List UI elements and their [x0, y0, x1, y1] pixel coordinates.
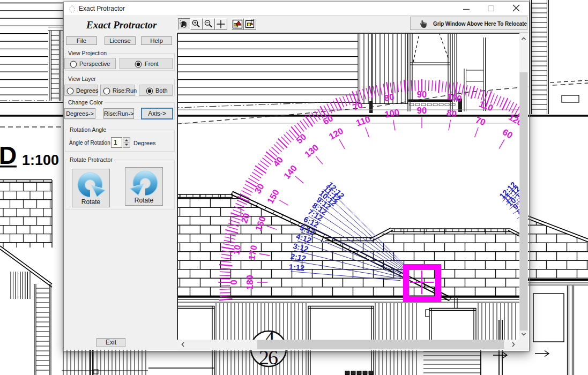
svg-text:D: D [0, 141, 17, 169]
svg-text:1:100: 1:100 [22, 152, 59, 168]
